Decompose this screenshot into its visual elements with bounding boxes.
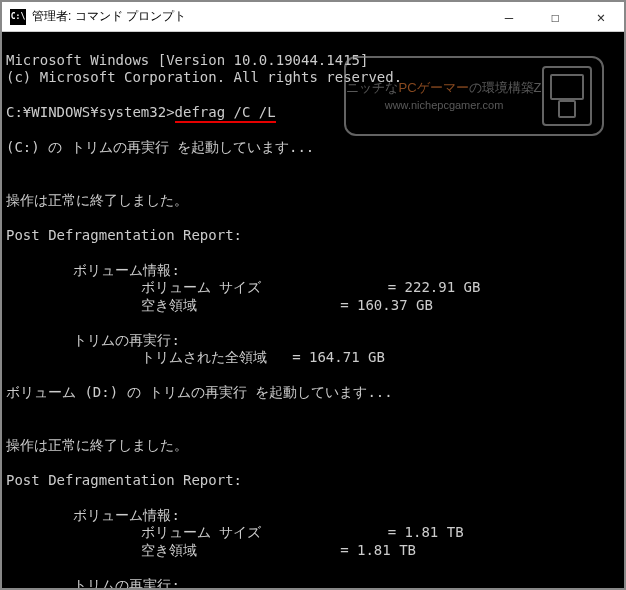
typed-command: defrag /C /L <box>175 104 276 123</box>
output-line: ボリューム (D:) の トリムの再実行 を起動しています... <box>6 384 393 400</box>
terminal-output[interactable]: Microsoft Windows [Version 10.0.19044.14… <box>2 32 624 588</box>
output-line: (C:) の トリムの再実行 を起動しています... <box>6 139 314 155</box>
cmd-icon: C:\ <box>10 9 26 25</box>
prompt-path: C:¥WINDOWS¥system32> <box>6 104 175 120</box>
output-line: (c) Microsoft Corporation. All rights re… <box>6 69 402 85</box>
output-line: 操作は正常に終了しました。 <box>6 192 188 208</box>
output-line: ボリューム情報: <box>6 507 180 523</box>
output-line: トリムされた全領域 = 164.71 GB <box>6 349 385 365</box>
output-line: Microsoft Windows [Version 10.0.19044.14… <box>6 52 368 68</box>
output-line: 空き領域 = 160.37 GB <box>6 297 433 313</box>
close-button[interactable]: ✕ <box>578 2 624 31</box>
command-prompt-window: C:\ 管理者: コマンド プロンプト — ☐ ✕ Microsoft Wind… <box>0 0 626 590</box>
titlebar[interactable]: C:\ 管理者: コマンド プロンプト — ☐ ✕ <box>2 2 624 32</box>
output-line: ボリューム サイズ = 1.81 TB <box>6 524 464 540</box>
output-line: ボリューム情報: <box>6 262 180 278</box>
output-line: トリムの再実行: <box>6 332 180 348</box>
output-line: Post Defragmentation Report: <box>6 472 242 488</box>
output-line: 操作は正常に終了しました。 <box>6 437 188 453</box>
output-line: 空き領域 = 1.81 TB <box>6 542 416 558</box>
minimize-button[interactable]: — <box>486 2 532 31</box>
output-line: ボリューム サイズ = 222.91 GB <box>6 279 480 295</box>
window-controls: — ☐ ✕ <box>486 2 624 31</box>
output-line: トリムの再実行: <box>6 577 180 589</box>
output-line: Post Defragmentation Report: <box>6 227 242 243</box>
window-title: 管理者: コマンド プロンプト <box>32 8 486 25</box>
maximize-button[interactable]: ☐ <box>532 2 578 31</box>
